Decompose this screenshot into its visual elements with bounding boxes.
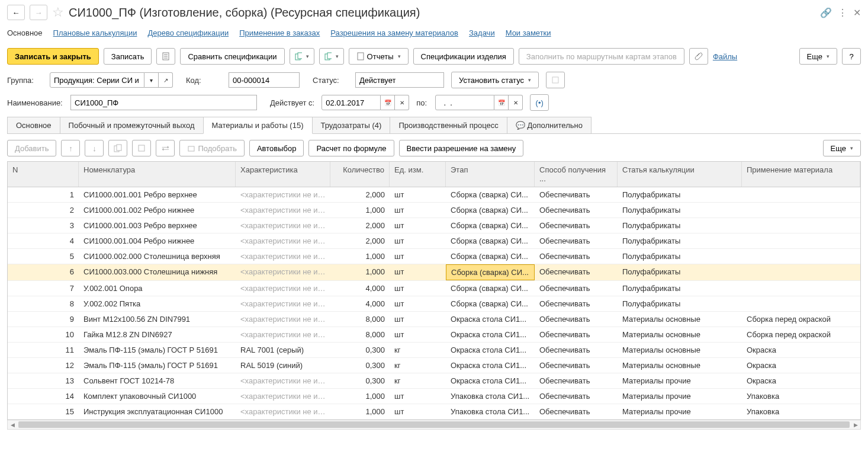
valid-to-input[interactable] <box>435 95 494 110</box>
tab-4[interactable]: Производственный процесс <box>390 117 507 133</box>
group-dropdown-icon[interactable]: ▾ <box>144 72 159 88</box>
materials-table: N Номенклатура Характеристика Количество… <box>7 161 861 420</box>
group-input[interactable] <box>50 72 144 88</box>
group-open-icon[interactable]: ↗ <box>159 72 173 88</box>
col-calc[interactable]: Статья калькуляции <box>618 162 742 187</box>
tab-1[interactable]: Побочный и промежуточный выход <box>60 117 204 133</box>
move-down-button[interactable]: ↓ <box>85 140 104 156</box>
table-row[interactable]: 8У.002.002 Пятка<характеристики не ис...… <box>8 296 860 312</box>
files-link[interactable]: Файлы <box>713 52 737 61</box>
table-row[interactable]: 5СИ1000.002.000 Столешница верхняя<харак… <box>8 249 860 264</box>
cell-qty: 0,300 <box>330 373 390 388</box>
scroll-thumb[interactable] <box>18 421 850 428</box>
table-row[interactable]: 11Эмаль ПФ-115 (эмаль) ГОСТ Р 51691RAL 7… <box>8 343 860 358</box>
cell-unit: шт <box>390 218 446 233</box>
close-icon[interactable]: ✕ <box>853 7 861 18</box>
compare-button[interactable]: Сравнить спецификации <box>180 48 284 65</box>
cell-unit: шт <box>390 389 446 404</box>
col-unit[interactable]: Ед. изм. <box>390 162 446 187</box>
table-row[interactable]: 2СИ1000.001.002 Ребро нижнее<характерист… <box>8 203 860 218</box>
sub-more-button[interactable]: Еще▾ <box>823 140 861 156</box>
table-row[interactable]: 6СИ1000.003.000 Столешница нижняя<характ… <box>8 264 860 281</box>
table-row[interactable]: 7У.002.001 Опора<характеристики не ис...… <box>8 281 860 296</box>
nav-link-3[interactable]: Разрешения на замену материалов <box>330 28 458 37</box>
replace-button[interactable]: Ввести разрешение на замену <box>399 140 524 156</box>
col-method[interactable]: Способ получения ... <box>535 162 618 187</box>
table-row[interactable]: 3СИ1000.001.003 Ребро верхнее<характерис… <box>8 218 860 234</box>
horizontal-scrollbar[interactable]: ◀ ▶ <box>7 420 861 430</box>
nav-link-5[interactable]: Мои заметки <box>506 28 551 37</box>
broadcast-icon-button[interactable]: (•) <box>530 94 549 111</box>
table-row[interactable]: 10Гайка М12.8 ZN DIN6927<характеристики … <box>8 327 860 343</box>
cell-qty: 0,300 <box>330 343 390 357</box>
col-nom[interactable]: Номенклатура <box>79 162 236 187</box>
cell-char: <характеристики не ис... <box>236 296 330 311</box>
copy-row-button[interactable] <box>108 140 127 156</box>
cell-stage: Сборка (сварка) СИ... <box>446 296 535 311</box>
tab-2[interactable]: Материалы и работы (15) <box>203 117 313 134</box>
cell-unit: шт <box>390 264 446 280</box>
valid-from-input[interactable] <box>322 95 381 110</box>
tab-3[interactable]: Трудозатраты (4) <box>312 117 391 133</box>
name-input[interactable] <box>70 95 257 110</box>
paste-icon-button[interactable]: ▾ <box>319 48 344 65</box>
table-row[interactable]: 15Инструкция эксплуатационная СИ1000<хар… <box>8 404 860 420</box>
clear-date-icon[interactable]: ✕ <box>395 95 409 110</box>
cell-stage: Окраска стола СИ1... <box>446 312 535 327</box>
status-input[interactable] <box>355 72 444 88</box>
col-n[interactable]: N <box>8 162 79 187</box>
copy-icon-button[interactable]: ▾ <box>290 48 314 65</box>
cell-qty: 8,000 <box>330 312 390 327</box>
kebab-menu-icon[interactable]: ⋮ <box>838 7 847 18</box>
cell-method: Обеспечивать <box>535 404 618 419</box>
link-icon[interactable]: 🔗 <box>820 7 832 18</box>
pick-button[interactable]: Подобрать <box>179 140 244 156</box>
table-row[interactable]: 9Винт М12х100.56 ZN DIN7991<характеристи… <box>8 312 860 327</box>
cell-n: 1 <box>8 187 79 202</box>
spec-item-button[interactable]: Спецификации изделия <box>413 48 514 65</box>
nav-link-2[interactable]: Применение в заказах <box>239 28 320 37</box>
code-input[interactable] <box>229 72 300 88</box>
nav-back-button[interactable]: ← <box>7 5 25 20</box>
auto-button[interactable]: Автовыбор <box>249 140 304 156</box>
col-app[interactable]: Применение материала <box>742 162 860 187</box>
tab-5[interactable]: 💬 Дополнительно <box>507 117 591 133</box>
paste-row-button[interactable] <box>132 140 151 156</box>
table-row[interactable]: 1СИ1000.001.001 Ребро верхнее<характерис… <box>8 187 860 203</box>
nav-link-0[interactable]: Плановые калькуляции <box>53 28 137 37</box>
set-status-button[interactable]: Установить статус▾ <box>451 72 539 88</box>
table-row[interactable]: 4СИ1000.001.004 Ребро нижнее<характерист… <box>8 234 860 249</box>
formula-button[interactable]: Расчет по формуле <box>308 140 394 156</box>
scroll-right-icon[interactable]: ▶ <box>851 420 860 429</box>
reports-button[interactable]: Отчеты▾ <box>349 48 409 65</box>
share-row-button[interactable]: ⮂ <box>156 140 175 156</box>
group-label: Группа: <box>7 76 43 85</box>
col-qty[interactable]: Количество <box>330 162 390 187</box>
tab-0[interactable]: Основное <box>7 117 60 133</box>
scroll-left-icon[interactable]: ◀ <box>8 420 17 429</box>
cell-app <box>742 187 860 202</box>
calendar-to-icon[interactable]: 📅 <box>494 95 509 110</box>
table-row[interactable]: 14Комплект упаковочный СИ1000<характерис… <box>8 389 860 404</box>
attach-icon-button[interactable] <box>689 48 708 65</box>
clear-to-icon[interactable]: ✕ <box>509 95 523 110</box>
nav-link-1[interactable]: Дерево спецификации <box>147 28 229 37</box>
col-stage[interactable]: Этап <box>446 162 535 187</box>
favorite-star-icon[interactable]: ☆ <box>52 5 64 20</box>
move-up-button[interactable]: ↑ <box>61 140 80 156</box>
add-row-button[interactable]: Добавить <box>7 140 56 156</box>
save-button[interactable]: Записать <box>104 48 152 65</box>
cell-unit: шт <box>390 327 446 342</box>
col-char[interactable]: Характеристика <box>236 162 330 187</box>
table-row[interactable]: 12Эмаль ПФ-115 (эмаль) ГОСТ Р 51691RAL 5… <box>8 358 860 373</box>
save-close-button[interactable]: Записать и закрыть <box>7 48 99 65</box>
calendar-icon[interactable]: 📅 <box>381 95 395 110</box>
cell-unit: шт <box>390 249 446 264</box>
table-row[interactable]: 13Сольвент ГОСТ 10214-78<характеристики … <box>8 373 860 389</box>
nav-link-4[interactable]: Задачи <box>469 28 495 37</box>
more-button[interactable]: Еще▾ <box>799 48 837 65</box>
nav-forward-button[interactable]: → <box>30 5 47 20</box>
document-icon-button[interactable] <box>156 48 175 65</box>
nav-main[interactable]: Основное <box>7 26 43 40</box>
help-button[interactable]: ? <box>842 48 861 65</box>
